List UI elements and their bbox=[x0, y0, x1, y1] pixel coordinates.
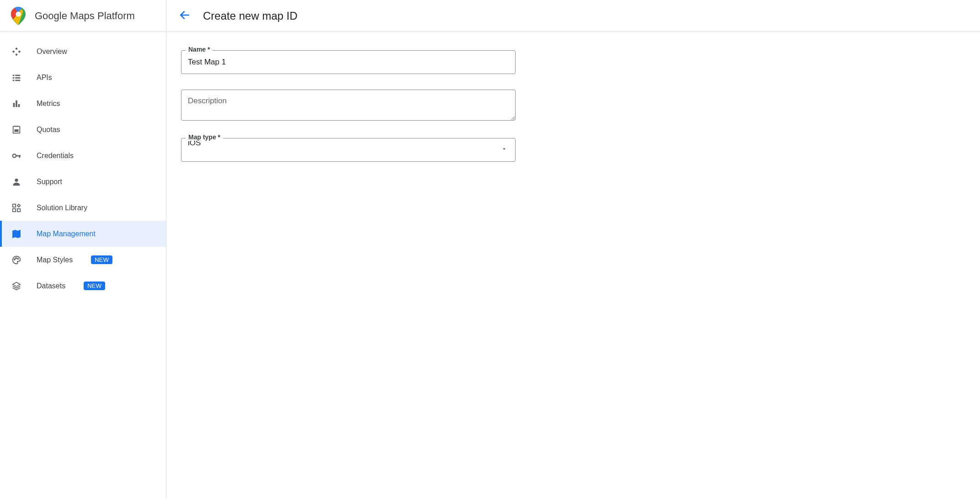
svg-rect-2 bbox=[13, 74, 15, 76]
description-field-group bbox=[181, 90, 516, 122]
svg-rect-21 bbox=[13, 204, 16, 207]
main-header: Create new map ID bbox=[166, 0, 980, 32]
sidebar-item-label: Quotas bbox=[37, 126, 60, 134]
metrics-icon bbox=[11, 98, 22, 109]
map-type-select[interactable]: iOS bbox=[181, 138, 516, 162]
name-label: Name * bbox=[186, 46, 213, 53]
product-title: Google Maps Platform bbox=[35, 10, 135, 22]
sidebar-item-support[interactable]: Support bbox=[0, 169, 166, 195]
svg-rect-3 bbox=[15, 74, 20, 76]
sidebar-item-map-styles[interactable]: Map Styles NEW bbox=[0, 247, 166, 273]
create-map-form: Name * Map type * iOS bbox=[166, 32, 980, 196]
main-content: Create new map ID Name * Map type * iOS bbox=[166, 0, 980, 499]
svg-rect-5 bbox=[15, 77, 20, 79]
sidebar-item-label: Solution Library bbox=[37, 204, 87, 212]
map-management-icon bbox=[11, 228, 22, 239]
svg-rect-19 bbox=[19, 155, 21, 158]
sidebar-item-metrics[interactable]: Metrics bbox=[0, 90, 166, 117]
sidebar-item-label: Map Management bbox=[37, 230, 96, 238]
svg-point-0 bbox=[16, 11, 21, 16]
sidebar-item-apis[interactable]: APIs bbox=[0, 64, 166, 90]
new-badge: NEW bbox=[91, 255, 112, 264]
sidebar-item-label: APIs bbox=[37, 74, 52, 82]
svg-point-24 bbox=[14, 259, 15, 260]
description-input[interactable] bbox=[181, 90, 516, 121]
svg-rect-10 bbox=[18, 104, 20, 106]
svg-rect-4 bbox=[13, 77, 15, 79]
solution-library-icon bbox=[11, 202, 22, 213]
credentials-icon bbox=[11, 150, 22, 161]
apis-icon bbox=[11, 72, 22, 83]
new-badge: NEW bbox=[84, 281, 105, 290]
svg-rect-16 bbox=[14, 129, 18, 132]
sidebar-item-solution-library[interactable]: Solution Library bbox=[0, 195, 166, 221]
sidebar-item-label: Overview bbox=[37, 48, 67, 56]
sidebar-item-label: Support bbox=[37, 178, 62, 186]
sidebar-item-datasets[interactable]: Datasets NEW bbox=[0, 273, 166, 299]
name-field-group: Name * bbox=[181, 50, 516, 74]
quotas-icon bbox=[11, 124, 22, 135]
svg-rect-6 bbox=[13, 80, 15, 81]
sidebar-header: Google Maps Platform bbox=[0, 0, 166, 32]
overview-icon bbox=[11, 46, 22, 57]
page-title: Create new map ID bbox=[203, 10, 298, 22]
sidebar-item-label: Datasets bbox=[37, 282, 65, 290]
map-type-field-group: Map type * iOS bbox=[181, 138, 516, 162]
arrow-left-icon bbox=[179, 9, 191, 22]
datasets-icon bbox=[11, 281, 22, 292]
svg-rect-23 bbox=[17, 208, 20, 211]
svg-rect-7 bbox=[15, 80, 20, 81]
sidebar: Google Maps Platform Overview APIs Metri… bbox=[0, 0, 166, 499]
sidebar-item-credentials[interactable]: Credentials bbox=[0, 143, 166, 169]
svg-point-17 bbox=[13, 154, 16, 157]
svg-point-26 bbox=[17, 258, 18, 259]
sidebar-item-label: Metrics bbox=[37, 100, 60, 108]
svg-rect-22 bbox=[13, 208, 16, 211]
sidebar-item-label: Credentials bbox=[37, 152, 74, 160]
map-type-label: Map type * bbox=[186, 133, 223, 141]
sidebar-item-quotas[interactable]: Quotas bbox=[0, 117, 166, 143]
google-maps-logo-icon bbox=[11, 7, 26, 25]
svg-point-25 bbox=[16, 257, 16, 258]
svg-point-20 bbox=[15, 178, 18, 181]
sidebar-item-overview[interactable]: Overview bbox=[0, 38, 166, 64]
support-icon bbox=[11, 176, 22, 187]
sidebar-nav: Overview APIs Metrics Quotas bbox=[0, 32, 166, 299]
back-button[interactable] bbox=[179, 11, 190, 21]
svg-rect-9 bbox=[16, 100, 17, 107]
sidebar-item-label: Map Styles bbox=[37, 256, 73, 264]
sidebar-item-map-management[interactable]: Map Management bbox=[0, 221, 166, 247]
svg-rect-8 bbox=[13, 103, 15, 107]
name-input[interactable] bbox=[181, 50, 516, 74]
map-styles-icon bbox=[11, 255, 22, 265]
